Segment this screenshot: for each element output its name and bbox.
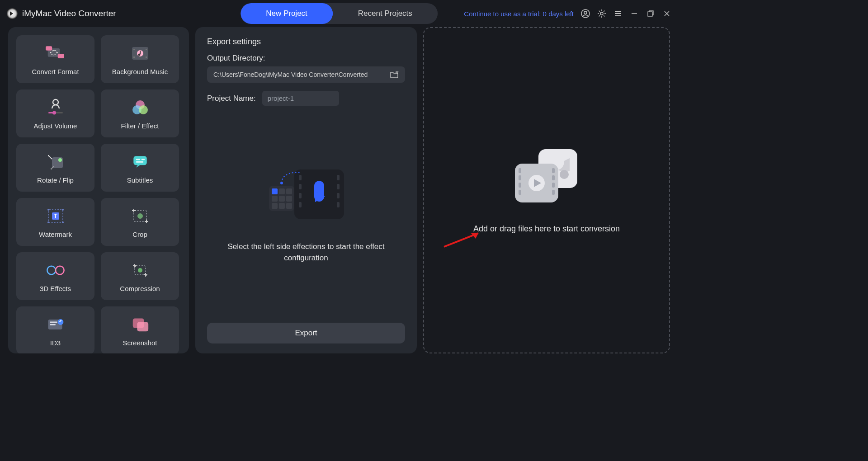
svg-point-67 — [280, 182, 283, 184]
svg-rect-56 — [337, 202, 340, 207]
tool-watermark[interactable]: T Watermark — [16, 198, 94, 246]
close-icon[interactable] — [662, 9, 671, 18]
svg-point-38 — [56, 266, 64, 274]
folder-browse-icon[interactable] — [390, 71, 399, 78]
export-panel: Export settings Output Directory: C:\Use… — [195, 27, 417, 353]
svg-point-31 — [47, 209, 49, 211]
svg-point-23 — [58, 158, 62, 162]
minimize-icon[interactable] — [630, 9, 639, 18]
svg-rect-24 — [133, 156, 146, 165]
tool-crop[interactable]: Crop — [101, 198, 179, 246]
svg-rect-27 — [136, 161, 143, 163]
export-button[interactable]: Export — [207, 323, 405, 343]
svg-rect-64 — [272, 203, 278, 209]
svg-rect-25 — [136, 159, 140, 160]
tool-adjust-volume[interactable]: Adjust Volume — [16, 89, 94, 137]
svg-rect-47 — [137, 322, 148, 331]
app-icon — [7, 8, 18, 19]
tool-convert-format[interactable]: Convert Format — [16, 35, 94, 83]
tool-background-music[interactable]: Background Music — [101, 35, 179, 83]
svg-rect-13 — [146, 56, 147, 58]
convert-icon — [46, 43, 66, 63]
svg-text:T: T — [54, 213, 57, 219]
settings-icon[interactable] — [597, 9, 606, 18]
svg-rect-49 — [299, 175, 302, 180]
project-name-input[interactable] — [262, 91, 339, 106]
svg-point-21 — [139, 105, 148, 114]
svg-rect-11 — [133, 56, 135, 58]
output-directory-label: Output Directory: — [207, 54, 405, 63]
svg-point-44 — [57, 319, 63, 325]
drop-zone[interactable]: Add or drag files here to start conversi… — [423, 27, 670, 353]
tools-panel: Convert Format Background Music Adjust V… — [8, 27, 189, 353]
tool-label: Filter / Effect — [121, 122, 159, 130]
svg-point-18 — [52, 111, 56, 114]
tool-label: Compression — [120, 285, 160, 292]
svg-rect-26 — [141, 159, 144, 160]
tool-compression[interactable]: Compression — [101, 252, 179, 300]
tab-new-project[interactable]: New Project — [241, 3, 333, 24]
svg-rect-12 — [146, 49, 147, 50]
tool-subtitles[interactable]: Subtitles — [101, 144, 179, 192]
tool-label: Background Music — [112, 68, 168, 75]
trial-status[interactable]: Continue to use as a trial: 0 days left — [464, 10, 574, 18]
tool-rotate-flip[interactable]: Rotate / Flip — [16, 144, 94, 192]
svg-point-8 — [56, 52, 57, 53]
svg-rect-74 — [519, 190, 521, 195]
svg-rect-6 — [57, 54, 64, 58]
svg-point-2 — [600, 12, 603, 15]
maximize-icon[interactable] — [646, 9, 655, 18]
filter-icon — [130, 98, 150, 118]
svg-rect-59 — [279, 188, 285, 194]
tool-label: Crop — [132, 230, 147, 238]
svg-rect-55 — [337, 193, 340, 198]
menu-icon[interactable] — [613, 9, 623, 18]
drop-media-icon — [510, 147, 583, 206]
svg-rect-72 — [519, 175, 521, 180]
rotate-icon — [46, 152, 66, 172]
project-tabs: New Project Recent Projects — [241, 3, 438, 24]
svg-point-34 — [62, 221, 64, 223]
svg-rect-3 — [648, 12, 652, 16]
svg-rect-10 — [133, 49, 135, 50]
tool-label: Screenshot — [123, 339, 157, 347]
output-directory-field[interactable]: C:\Users\FoneDog\iMyMac Video Converter\… — [207, 66, 405, 83]
svg-rect-52 — [299, 202, 302, 207]
tool-label: Adjust Volume — [34, 122, 77, 130]
svg-rect-42 — [50, 321, 57, 323]
watermark-icon: T — [46, 206, 66, 226]
svg-rect-50 — [299, 184, 302, 189]
3d-icon — [46, 260, 66, 280]
account-icon[interactable] — [581, 9, 590, 18]
svg-rect-66 — [286, 203, 292, 209]
output-directory-value: C:\Users\FoneDog\iMyMac Video Converter\… — [213, 71, 368, 78]
drop-hint: Add or drag files here to start conversi… — [473, 224, 620, 234]
tool-label: Convert Format — [32, 68, 79, 75]
screenshot-icon — [130, 315, 150, 334]
tool-screenshot[interactable]: Screenshot — [101, 306, 179, 353]
svg-rect-76 — [552, 175, 555, 180]
tab-recent-projects[interactable]: Recent Projects — [333, 3, 438, 24]
tool-label: Subtitles — [127, 176, 153, 184]
annotation-arrow-icon — [442, 230, 483, 249]
subtitles-icon — [130, 152, 150, 172]
svg-rect-78 — [552, 190, 555, 195]
tool-3d-effects[interactable]: 3D Effects — [16, 252, 94, 300]
svg-rect-63 — [286, 196, 292, 202]
volume-icon — [46, 98, 66, 118]
svg-rect-58 — [272, 188, 278, 194]
tool-filter-effect[interactable]: Filter / Effect — [101, 89, 179, 137]
svg-rect-71 — [519, 168, 521, 173]
tool-id3[interactable]: ID3 — [16, 306, 94, 353]
svg-rect-54 — [337, 184, 340, 189]
crop-icon — [130, 206, 150, 226]
music-icon — [130, 43, 150, 63]
svg-rect-60 — [286, 188, 292, 194]
tool-label: 3D Effects — [40, 285, 71, 292]
svg-rect-77 — [552, 183, 555, 188]
svg-rect-75 — [552, 168, 555, 173]
svg-rect-73 — [519, 183, 521, 188]
tool-label: Watermark — [39, 230, 72, 238]
svg-point-36 — [137, 213, 143, 219]
svg-point-33 — [47, 221, 49, 223]
